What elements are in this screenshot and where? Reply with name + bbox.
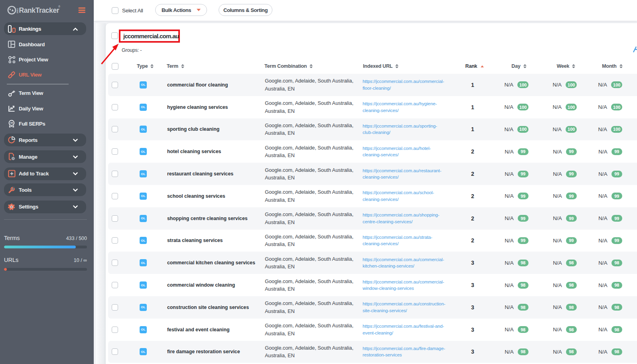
svg-text:100: 100 — [10, 122, 13, 124]
svg-text:PRO: PRO — [16, 8, 19, 13]
svg-text:RankTracker: RankTracker — [19, 6, 59, 14]
svg-text:®: ® — [58, 5, 61, 8]
